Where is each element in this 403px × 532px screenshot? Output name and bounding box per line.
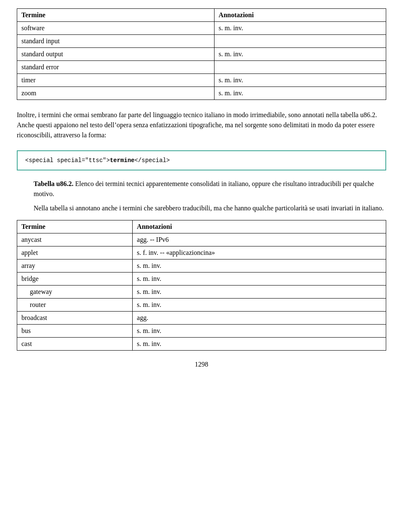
table-row: broadcast agg.	[17, 312, 386, 325]
caption-text-2: Nella tabella si annotano anche i termin…	[34, 203, 386, 213]
term-cell: broadcast	[17, 312, 133, 325]
caption-text-1: Tabella u86.2. Elenco dei termini tecnic…	[34, 179, 386, 199]
table-row: anycast agg. -- IPv6	[17, 233, 386, 246]
term-cell: standard error	[17, 61, 215, 74]
term-cell: applet	[17, 246, 133, 259]
term-cell: cast	[17, 338, 133, 351]
annotation-cell: s. m. inv.	[133, 259, 386, 273]
term-cell: gateway	[17, 286, 133, 299]
table-row: zoom s. m. inv.	[17, 87, 386, 100]
table2-header-termine: Termine	[17, 220, 133, 233]
caption-block: Tabella u86.2. Elenco dei termini tecnic…	[34, 179, 386, 213]
caption-body-1-text: Elenco dei termini tecnici apparentement…	[34, 180, 374, 197]
term-cell: zoom	[17, 87, 215, 100]
term-cell: standard input	[17, 35, 215, 48]
term-cell: router	[17, 299, 133, 312]
table-row: applet s. f. inv. -- «applicazioncina»	[17, 246, 386, 259]
term-cell: standard output	[17, 48, 215, 61]
term-cell: software	[17, 22, 215, 35]
table-row: array s. m. inv.	[17, 259, 386, 273]
annotation-cell: s. m. inv.	[214, 48, 386, 61]
term-cell: bus	[17, 325, 133, 338]
table1-header-annotazioni: Annotazioni	[214, 9, 386, 22]
term-cell: bridge	[17, 273, 133, 286]
annotation-cell: agg. -- IPv6	[133, 233, 386, 246]
table-row: router s. m. inv.	[17, 299, 386, 312]
annotation-cell: s. f. inv. -- «applicazioncina»	[133, 246, 386, 259]
table-1: Termine Annotazioni software s. m. inv. …	[17, 8, 386, 100]
table-row: timer s. m. inv.	[17, 74, 386, 87]
table-2: Termine Annotazioni anycast agg. -- IPv6…	[17, 220, 386, 351]
page-number: 1298	[17, 361, 386, 368]
caption-label: Tabella u86.2.	[34, 180, 73, 187]
term-cell: anycast	[17, 233, 133, 246]
annotation-cell: s. m. inv.	[214, 22, 386, 35]
code-example-box: <special special="ttsc">termine</special…	[17, 150, 386, 170]
annotation-cell: s. m. inv.	[133, 286, 386, 299]
table-row: gateway s. m. inv.	[17, 286, 386, 299]
annotation-cell: s. m. inv.	[214, 87, 386, 100]
table-row: standard output s. m. inv.	[17, 48, 386, 61]
table-row: bridge s. m. inv.	[17, 273, 386, 286]
code-after: </special>	[134, 157, 170, 164]
annotation-cell: s. m. inv.	[133, 299, 386, 312]
annotation-cell: agg.	[133, 312, 386, 325]
table-row: bus s. m. inv.	[17, 325, 386, 338]
annotation-cell	[214, 61, 386, 74]
table-row: cast s. m. inv.	[17, 338, 386, 351]
annotation-cell: s. m. inv.	[133, 325, 386, 338]
code-term: termine	[110, 157, 135, 164]
table-row: standard error	[17, 61, 386, 74]
code-before: <special special="ttsc">	[25, 157, 110, 164]
term-cell: timer	[17, 74, 215, 87]
term-cell: array	[17, 259, 133, 273]
table-row: software s. m. inv.	[17, 22, 386, 35]
annotation-cell	[214, 35, 386, 48]
annotation-cell: s. m. inv.	[133, 273, 386, 286]
annotation-cell: s. m. inv.	[214, 74, 386, 87]
table2-header-annotazioni: Annotazioni	[133, 220, 386, 233]
prose-paragraph-1: Inoltre, i termini che ormai sembrano fa…	[17, 110, 386, 140]
annotation-cell: s. m. inv.	[133, 338, 386, 351]
table-row: standard input	[17, 35, 386, 48]
table1-header-termine: Termine	[17, 9, 215, 22]
prose-text: Inoltre, i termini che ormai sembrano fa…	[17, 110, 386, 140]
